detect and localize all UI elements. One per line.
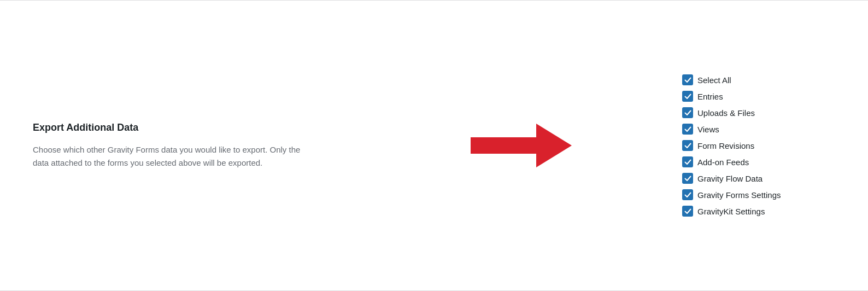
checkbox-box-entries[interactable] — [682, 91, 693, 102]
checkbox-box-addon-feeds[interactable] — [682, 156, 693, 167]
checkbox-label-uploads-files: Uploads & Files — [697, 108, 755, 118]
section-description: Choose which other Gravity Forms data yo… — [33, 143, 306, 170]
checkbox-label-gravitykit-settings: GravityKit Settings — [697, 207, 765, 216]
checkbox-box-gravitykit-settings[interactable] — [682, 206, 693, 217]
checkmark-icon — [684, 126, 691, 133]
checkbox-item-addon-feeds[interactable]: Add-on Feeds — [682, 156, 835, 167]
checkbox-box-views[interactable] — [682, 124, 693, 135]
checkbox-item-views[interactable]: Views — [682, 124, 835, 135]
checkbox-item-form-revisions[interactable]: Form Revisions — [682, 140, 835, 151]
checkbox-item-uploads-files[interactable]: Uploads & Files — [682, 107, 835, 118]
checkbox-item-entries[interactable]: Entries — [682, 91, 835, 102]
checkmark-icon — [684, 159, 691, 166]
checkbox-label-form-revisions: Form Revisions — [697, 141, 754, 150]
checkbox-label-views: Views — [697, 125, 719, 134]
checkbox-item-gravity-flow-data[interactable]: Gravity Flow Data — [682, 173, 835, 184]
checkmark-icon — [684, 93, 691, 100]
checkbox-label-entries: Entries — [697, 92, 723, 101]
checkmark-icon — [684, 142, 691, 149]
section-title: Export Additional Data — [33, 122, 357, 133]
checkmark-icon — [684, 109, 691, 117]
checkbox-box-gravity-forms-settings[interactable] — [682, 189, 693, 200]
pointing-arrow-icon — [465, 113, 574, 178]
checkbox-item-select-all[interactable]: Select All — [682, 74, 835, 85]
checkbox-item-gravity-forms-settings[interactable]: Gravity Forms Settings — [682, 189, 835, 200]
checkbox-box-select-all[interactable] — [682, 74, 693, 85]
checkbox-label-addon-feeds: Add-on Feeds — [697, 158, 749, 167]
checkmark-icon — [684, 77, 691, 84]
checkbox-label-gravity-flow-data: Gravity Flow Data — [697, 174, 763, 183]
checkmark-icon — [684, 175, 691, 182]
arrow-area — [357, 113, 682, 178]
left-section: Export Additional Data Choose which othe… — [33, 122, 357, 170]
export-additional-data-card: Export Additional Data Choose which othe… — [0, 0, 868, 291]
checkbox-box-uploads-files[interactable] — [682, 107, 693, 118]
svg-marker-0 — [471, 124, 572, 167]
checkmark-icon — [684, 208, 691, 215]
checkboxes-list: Select All Entries Uploads & Files Views… — [682, 74, 835, 217]
checkbox-item-gravitykit-settings[interactable]: GravityKit Settings — [682, 206, 835, 217]
checkbox-box-gravity-flow-data[interactable] — [682, 173, 693, 184]
checkmark-icon — [684, 191, 691, 199]
checkbox-label-gravity-forms-settings: Gravity Forms Settings — [697, 190, 781, 200]
checkbox-label-select-all: Select All — [697, 75, 731, 85]
checkbox-box-form-revisions[interactable] — [682, 140, 693, 151]
